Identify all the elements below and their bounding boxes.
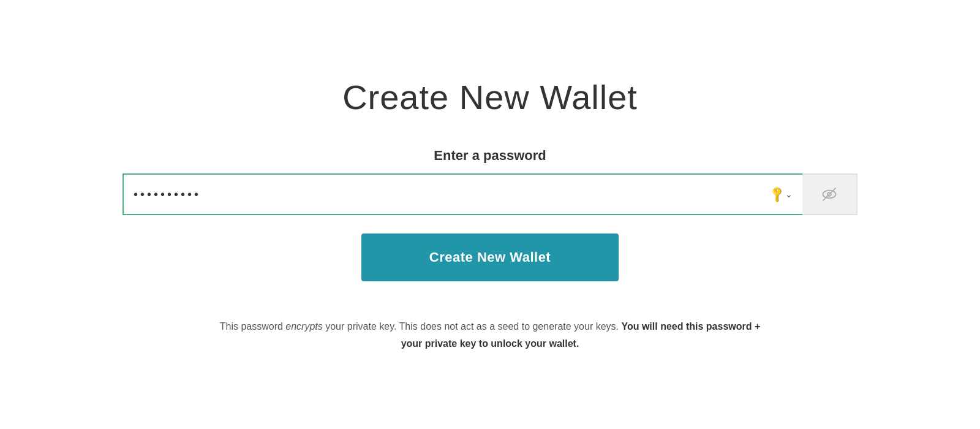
disclaimer-text: This password encrypts your private key.… (214, 318, 766, 351)
page-container: Create New Wallet Enter a password 🔑 ⌄ C… (0, 77, 980, 351)
key-icon: 🔑 (767, 185, 786, 204)
eye-icon (821, 186, 838, 203)
toggle-password-button[interactable] (802, 173, 858, 215)
disclaimer-prefix: This password (220, 321, 286, 332)
svg-line-2 (823, 188, 836, 201)
page-title: Create New Wallet (342, 77, 638, 117)
password-input-row: 🔑 ⌄ (123, 173, 858, 215)
password-label: Enter a password (434, 148, 546, 164)
disclaimer-middle: your private key. This does not act as a… (323, 321, 622, 332)
password-input[interactable] (134, 188, 771, 202)
password-input-wrapper: 🔑 ⌄ (123, 173, 802, 215)
create-wallet-button[interactable]: Create New Wallet (361, 233, 619, 281)
disclaimer-italic: encrypts (285, 321, 322, 332)
password-strength-indicator[interactable]: 🔑 ⌄ (771, 188, 793, 201)
form-section: Enter a password 🔑 ⌄ Create New Wallet T… (123, 148, 858, 351)
